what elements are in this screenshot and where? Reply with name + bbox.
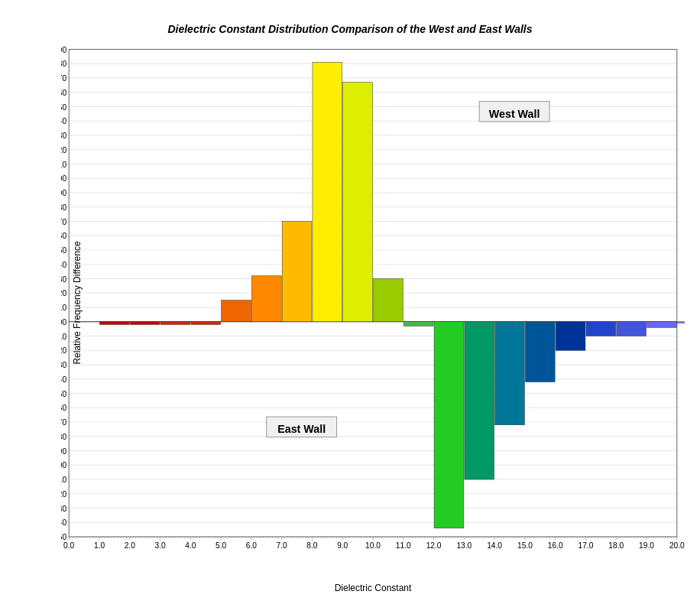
x-axis-label: Dielectric Constant (335, 583, 412, 593)
svg-rect-114 (99, 322, 129, 325)
svg-rect-130 (586, 322, 616, 336)
svg-text:6.0: 6.0 (246, 541, 257, 550)
svg-text:0.100: 0.100 (61, 174, 66, 183)
svg-text:-0.060: -0.060 (61, 404, 66, 412)
svg-text:0.040: 0.040 (61, 261, 66, 269)
svg-text:18.0: 18.0 (608, 541, 624, 550)
svg-text:5.0: 5.0 (216, 541, 226, 550)
svg-rect-118 (222, 301, 251, 322)
svg-text:4.0: 4.0 (185, 541, 196, 550)
svg-text:20.0: 20.0 (669, 541, 685, 550)
svg-text:1.0: 1.0 (94, 541, 105, 550)
svg-rect-129 (556, 322, 585, 351)
svg-text:7.0: 7.0 (277, 541, 287, 550)
svg-text:0.050: 0.050 (61, 246, 66, 255)
svg-text:-0.010: -0.010 (61, 333, 66, 341)
svg-rect-117 (191, 322, 221, 325)
chart-title: Dielectric Constant Distribution Compari… (15, 23, 685, 35)
svg-text:-0.050: -0.050 (61, 390, 66, 398)
svg-text:0.090: 0.090 (61, 189, 66, 197)
svg-text:0.180: 0.180 (61, 60, 66, 68)
svg-text:15.0: 15.0 (517, 541, 533, 550)
svg-rect-132 (647, 322, 677, 328)
svg-text:-0.150: -0.150 (61, 533, 66, 541)
svg-text:East Wall: East Wall (277, 423, 326, 435)
svg-text:0.060: 0.060 (61, 232, 66, 240)
svg-text:West Wall: West Wall (489, 108, 540, 120)
svg-text:0.010: 0.010 (61, 304, 66, 312)
chart-area: Relative Frequency Difference 0.1900.180… (61, 43, 685, 563)
svg-text:16.0: 16.0 (548, 541, 563, 550)
svg-text:0.140: 0.140 (61, 117, 66, 125)
svg-text:14.0: 14.0 (487, 541, 502, 550)
svg-text:-0.040: -0.040 (61, 375, 66, 384)
svg-rect-128 (525, 322, 555, 382)
svg-text:-0.120: -0.120 (61, 490, 66, 499)
svg-text:-0.030: -0.030 (61, 361, 66, 369)
svg-text:0.0: 0.0 (63, 541, 74, 550)
svg-text:-0.020: -0.020 (61, 346, 66, 355)
svg-text:13.0: 13.0 (456, 541, 472, 550)
svg-text:9.0: 9.0 (337, 541, 348, 550)
svg-text:-0.130: -0.130 (61, 505, 66, 513)
svg-rect-124 (403, 322, 433, 326)
svg-text:0.170: 0.170 (61, 74, 66, 83)
svg-text:0.150: 0.150 (61, 103, 66, 112)
svg-text:-0.070: -0.070 (61, 418, 66, 427)
svg-text:3.0: 3.0 (154, 541, 165, 550)
svg-rect-121 (313, 62, 342, 321)
svg-text:11.0: 11.0 (396, 541, 411, 550)
svg-rect-127 (495, 322, 525, 425)
svg-text:0.120: 0.120 (61, 146, 66, 154)
svg-rect-115 (130, 322, 160, 325)
svg-rect-119 (251, 276, 281, 322)
svg-text:-0.090: -0.090 (61, 447, 66, 456)
svg-text:12.0: 12.0 (426, 541, 442, 550)
svg-text:0.070: 0.070 (61, 218, 66, 226)
svg-rect-122 (343, 83, 373, 322)
chart-container: Dielectric Constant Distribution Compari… (0, 0, 700, 614)
svg-text:-0.140: -0.140 (61, 518, 66, 527)
svg-text:0.190: 0.190 (61, 46, 66, 54)
svg-rect-133 (677, 322, 685, 323)
svg-text:-0.110: -0.110 (61, 476, 66, 484)
svg-text:0.000: 0.000 (61, 318, 66, 326)
svg-rect-131 (617, 322, 647, 336)
svg-rect-126 (465, 322, 494, 479)
svg-text:0.130: 0.130 (61, 132, 66, 140)
svg-rect-123 (374, 279, 403, 322)
svg-rect-116 (160, 322, 190, 325)
y-axis-label: Relative Frequency Difference (72, 241, 83, 364)
svg-text:0.110: 0.110 (61, 161, 66, 169)
svg-text:0.020: 0.020 (61, 289, 66, 297)
chart-svg: 0.1900.1800.1700.1600.1500.1400.1300.120… (61, 43, 685, 563)
svg-text:0.080: 0.080 (61, 203, 66, 212)
svg-rect-120 (282, 222, 312, 322)
svg-text:0.160: 0.160 (61, 89, 66, 97)
svg-text:17.0: 17.0 (578, 541, 594, 550)
svg-text:0.030: 0.030 (61, 275, 66, 284)
svg-rect-125 (434, 322, 464, 528)
svg-text:10.0: 10.0 (365, 541, 381, 550)
svg-text:2.0: 2.0 (125, 541, 135, 550)
svg-text:-0.100: -0.100 (61, 461, 66, 469)
svg-text:-0.080: -0.080 (61, 433, 66, 441)
svg-text:19.0: 19.0 (639, 541, 654, 550)
svg-text:8.0: 8.0 (306, 541, 317, 550)
